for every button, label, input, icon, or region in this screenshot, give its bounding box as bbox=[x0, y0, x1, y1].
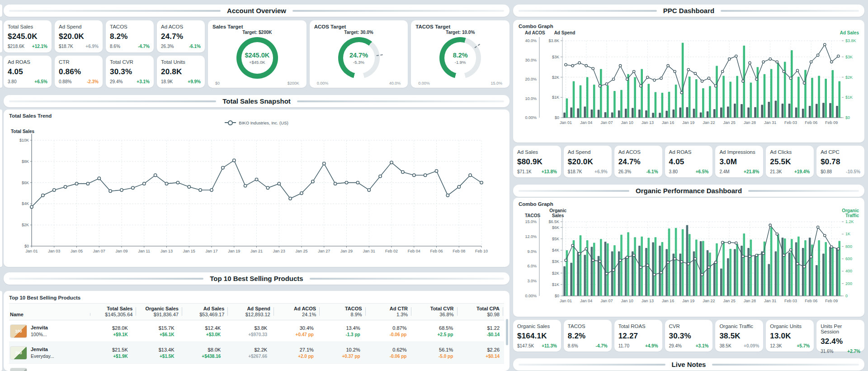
table-scrollbar[interactable] bbox=[506, 319, 508, 345]
svg-text:800: 800 bbox=[845, 244, 852, 249]
kpi-value: 4.05 bbox=[8, 67, 47, 76]
cell-value: $21.5K bbox=[86, 347, 128, 352]
ppc-kpi-card-ad-sales[interactable]: Ad Sales$80.9K$71.1K+13.8% bbox=[513, 146, 561, 177]
gauge-title: ACOS Target bbox=[314, 24, 404, 29]
axis-label-ad-acos: Ad ACOS bbox=[525, 30, 545, 35]
account-kpi-card-total-units[interactable]: Total Units20.8K18.9K+9.9% bbox=[157, 56, 205, 88]
gauge-card-sales-target[interactable]: Sales TargetTarget: $200K$245.0K+$45.0K$… bbox=[208, 20, 307, 88]
section-header-top10: Top 10 Best Selling Products bbox=[4, 272, 509, 285]
cell-delta: +$0.14 bbox=[458, 354, 500, 359]
svg-text:Jan 19: Jan 19 bbox=[228, 249, 240, 253]
divider bbox=[9, 100, 216, 102]
column-header-ad-sales[interactable]: Ad Sales$53,469.17 bbox=[183, 306, 229, 317]
account-kpi-card-total-cvr[interactable]: Total CVR30.3%29.4%+3.1% bbox=[106, 56, 154, 88]
svg-text:$0: $0 bbox=[555, 294, 559, 298]
kpi-delta: +9.9% bbox=[188, 79, 201, 84]
account-kpi-row: Total Sales$245.0K$218.6K+12.1%Ad Spend$… bbox=[4, 20, 509, 88]
svg-text:Jan 23: Jan 23 bbox=[273, 249, 285, 253]
organic-kpi-card-organic-sales[interactable]: Organic Sales$164.1K$147.5K+11.3% bbox=[513, 320, 561, 352]
organic-kpi-card-tacos[interactable]: TACOS8.2%8.6%-4.7% bbox=[564, 320, 612, 352]
kpi-value: 0.86% bbox=[59, 67, 99, 76]
svg-text:$1K: $1K bbox=[552, 282, 559, 287]
account-kpi-card-ad-roas[interactable]: Ad ROAS4.053.80+6.5% bbox=[4, 56, 52, 88]
svg-text:Jan 27: Jan 27 bbox=[318, 249, 330, 253]
organic-kpi-card-total-roas[interactable]: Total ROAS12.2711.70+4.9% bbox=[614, 320, 662, 352]
column-header-ad-spend[interactable]: Ad Spend$12,893.12 bbox=[229, 306, 274, 317]
ppc-kpi-card-ad-roas[interactable]: Ad ROAS4.053.80+6.5% bbox=[665, 146, 713, 177]
organic-kpi-card-organic-traffic[interactable]: Organic Traffic38.5K38.5K+0.09% bbox=[715, 320, 763, 352]
kpi-delta: -6.1% bbox=[189, 44, 201, 49]
column-header-ad-ctr[interactable]: Ad CTR1.3% bbox=[367, 306, 412, 317]
organic-kpi-card-cvr[interactable]: CVR30.3%29.4%+3.1% bbox=[665, 320, 713, 352]
svg-text:$5K: $5K bbox=[552, 237, 559, 241]
organic-kpi-card-organic-units[interactable]: Organic Units13.0K12.3K+5.7% bbox=[766, 320, 814, 352]
account-kpi-card-ad-acos[interactable]: Ad ACOS24.7%26.3%-6.1% bbox=[157, 20, 205, 52]
ppc-kpi-card-ad-clicks[interactable]: Ad Clicks25.5K21.3K+19.4% bbox=[766, 146, 814, 177]
column-header-total-cpa[interactable]: Total CPA$0.98 bbox=[458, 306, 504, 317]
column-header-organic-sales[interactable]: Organic Sales$91,836.47 bbox=[137, 306, 183, 317]
section-title: Total Sales Snapshot bbox=[222, 97, 291, 105]
svg-text:40.0%: 40.0% bbox=[525, 38, 537, 43]
total-sales-trend-card: Total Sales Trend BIKO Industries, Inc. … bbox=[4, 109, 509, 267]
column-header-ad-acos[interactable]: Ad ACOS24.1% bbox=[275, 306, 321, 317]
account-kpi-card-ctr[interactable]: CTR0.86%0.88%-2.3% bbox=[55, 56, 103, 88]
ppc-kpi-card-ad-spend[interactable]: Ad Spend$20.0K$18.7K+6.9% bbox=[564, 146, 612, 177]
kpi-previous-value: 21.3K bbox=[770, 169, 782, 174]
column-header-total-sales[interactable]: Total Sales$145,305.64 bbox=[91, 306, 137, 317]
ppc-kpi-card-ad-cpc[interactable]: Ad CPC$0.78$0.88-10.5% bbox=[816, 146, 864, 177]
kpi-delta: +6.9% bbox=[594, 169, 608, 174]
kpi-value: 3.0M bbox=[719, 157, 759, 166]
kpi-subrow: 26.3%-6.1% bbox=[618, 169, 658, 174]
kpi-value: 8.2% bbox=[110, 32, 150, 41]
section-title: Organic Performance Dashboard bbox=[636, 187, 742, 195]
svg-text:Jan 22: Jan 22 bbox=[703, 120, 715, 125]
card-edge-sliver bbox=[0, 109, 2, 267]
kpi-subrow: $218.6K+12.1% bbox=[8, 44, 47, 49]
gauge-card-acos-target[interactable]: ACOS TargetTarget: 30.0%24.7%-5.3%0.00%4… bbox=[310, 20, 408, 88]
kpi-label: Ad ACOS bbox=[161, 24, 201, 29]
kpi-subrow: 31.6%+2.7% bbox=[821, 349, 860, 354]
column-label: Total CPA bbox=[458, 306, 500, 311]
kpi-previous-value: $71.1K bbox=[517, 169, 532, 174]
svg-text:Feb 02: Feb 02 bbox=[385, 249, 398, 253]
svg-text:400: 400 bbox=[845, 269, 852, 273]
table-row[interactable]: 250JenvitaEveryday...$21.5K+$1.9K$13.4K+… bbox=[9, 342, 504, 364]
ppc-kpi-card-ad-acos[interactable]: Ad ACOS24.7%26.3%-6.1% bbox=[614, 146, 662, 177]
svg-text:Jan 03: Jan 03 bbox=[48, 249, 60, 253]
chart-title: Combo Graph bbox=[519, 201, 859, 207]
ppc-kpi-card-ad-impressions[interactable]: Ad Impressions3.0M2.4M+21.8% bbox=[715, 146, 763, 177]
table-row[interactable] bbox=[9, 364, 504, 371]
kpi-previous-value: $147.5K bbox=[517, 343, 534, 348]
table-cell: $12.4K+$3.0K bbox=[179, 325, 226, 337]
column-header-total-cvr[interactable]: Total CVR36.8% bbox=[412, 306, 458, 317]
account-kpi-card-tacos[interactable]: TACOS8.2%8.6%-4.7% bbox=[106, 20, 154, 52]
cell-value: 0.62% bbox=[365, 347, 407, 352]
chart-legend[interactable]: BIKO Industries, Inc. (US) bbox=[9, 119, 504, 127]
table-cell: $3.8K+$970.33 bbox=[225, 325, 272, 337]
cell-delta: +$9.1K bbox=[86, 332, 128, 337]
kpi-previous-value: $18.7K bbox=[568, 169, 582, 174]
divider bbox=[292, 10, 504, 12]
table-row[interactable]: 100Jenvita100%...$28.0K+$9.1K$15.7K+$6.1… bbox=[9, 320, 504, 342]
section-title: PPC Dashboard bbox=[663, 7, 714, 14]
svg-text:$1K: $1K bbox=[845, 95, 853, 100]
svg-text:Jan 10: Jan 10 bbox=[621, 299, 633, 303]
account-kpi-card-ad-spend[interactable]: Ad Spend$20.0K$18.7K+6.9% bbox=[55, 20, 103, 52]
column-label: Ad Spend bbox=[229, 306, 270, 311]
total-sales-line-chart[interactable]: Total Sales$0$2K$4K$6K$8K$10KJan 01Jan 0… bbox=[9, 127, 504, 262]
gauge-card-tacos-target[interactable]: TACOS TargetTarget: 10.0%8.2%-1.9%0.00%1… bbox=[411, 20, 509, 88]
organic-kpi-card-units-per-session[interactable]: Units Per Session32.4%31.6%+2.7% bbox=[816, 320, 864, 352]
organic-combo-chart[interactable]: 0.00%3.0%6.0%9.0%12.0%15.0%$0$1K$2K$3K$4… bbox=[519, 218, 859, 310]
ppc-combo-chart[interactable]: 0.00%10.0%20.0%30.0%40.0%$0$1K$2K$3K$3.8… bbox=[519, 35, 859, 133]
kpi-previous-value: 3.80 bbox=[669, 169, 678, 174]
cell-value: 0.87% bbox=[365, 325, 407, 331]
column-header-tacos[interactable]: TACOS8.9% bbox=[321, 306, 366, 317]
cell-value: 13.4% bbox=[318, 325, 360, 331]
gauge: 8.2%-1.9% bbox=[439, 37, 481, 79]
column-header-name[interactable]: Name bbox=[9, 312, 91, 317]
account-kpi-card-total-sales[interactable]: Total Sales$245.0K$218.6K+12.1% bbox=[4, 20, 52, 52]
table-body: 100Jenvita100%...$28.0K+$9.1K$15.7K+$6.1… bbox=[9, 320, 504, 371]
kpi-subrow: 21.3K+19.4% bbox=[770, 169, 810, 174]
kpi-label: Ad Clicks bbox=[770, 149, 810, 155]
product-image bbox=[10, 368, 27, 371]
